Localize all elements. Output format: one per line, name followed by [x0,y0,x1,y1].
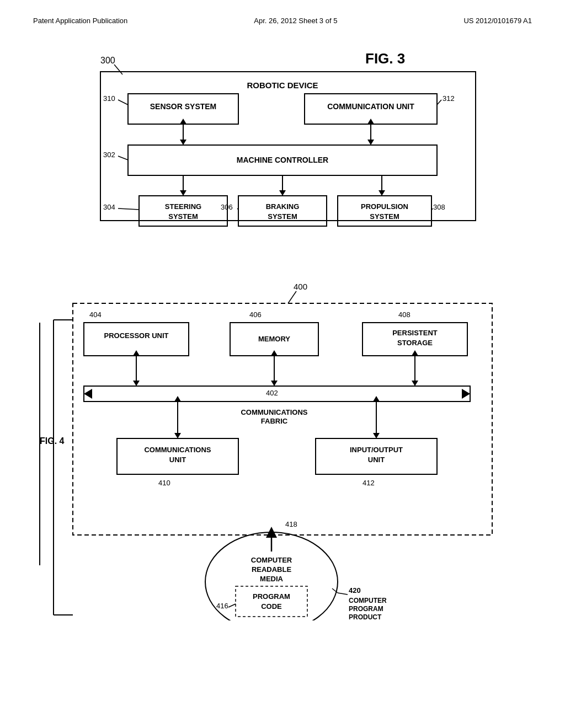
fig4-ref-416: 416 [216,602,228,610]
fig3-steering-label2: SYSTEM [168,212,198,221]
fig3-machine-controller-label: MACHINE CONTROLLER [237,156,328,164]
fig3-sensor-system-label: SENSOR SYSTEM [150,102,217,111]
fig4-diagram: FIG. 4 400 404 406 408 PROCESSOR UNIT ME… [34,245,531,620]
fig4-ref-400: 400 [294,282,307,291]
fig4-memory-label: MEMORY [258,335,290,343]
fig3-ref-310: 310 [103,94,115,103]
fig4-ref-402: 402 [266,389,278,397]
fig3-arrow-down-sensor [180,140,186,145]
fig4-program-code-box [236,586,307,617]
page-header: Patent Application Publication Apr. 26, … [33,11,532,41]
fig3-ref-302: 302 [103,151,115,159]
svg-marker-17 [133,381,140,386]
fig3-diagram: 300 FIG. 3 ROBOTIC DEVICE SENSOR SYSTEM … [67,47,498,229]
fig4-ref-418: 418 [285,520,297,528]
svg-marker-28 [373,396,380,402]
fig4-cpp-label2: PROGRAM [349,605,383,613]
header-left: Patent Application Publication [33,17,127,25]
svg-line-5 [118,156,128,160]
svg-marker-23 [412,381,418,386]
fig4-cpp-label1: COMPUTER [349,597,387,604]
fig3-ref-304: 304 [103,203,115,211]
fig4-ref-412: 412 [363,479,375,487]
svg-marker-26 [174,433,181,438]
svg-line-32 [338,593,348,595]
fig4-processor-unit-label: PROCESSOR UNIT [104,331,168,340]
fig3-title: FIG. 3 [365,50,405,67]
fig4-persistent-storage-label2: STORAGE [397,339,433,347]
fig4-program-code-label1: PROGRAM [253,592,290,601]
svg-marker-19 [271,350,278,356]
fig4-bus-left-arrow [84,389,92,399]
svg-marker-16 [133,350,140,356]
fig3-arrow-steering [180,190,186,196]
fig3-braking-label2: SYSTEM [268,212,297,221]
fig4-io-unit-label2: UNIT [368,456,385,464]
fig3-comm-unit-label: COMMUNICATION UNIT [327,102,414,111]
fig4-crm-label2: READABLE [252,565,292,574]
fig4-persistent-storage-label1: PERSISTENT [392,329,438,337]
fig3-propulsion-label1: PROPULSION [361,202,408,211]
fig3-arrow-up-sensor [180,119,186,124]
fig4-bus-right-arrow [462,389,470,399]
fig3-braking-box [238,196,327,226]
svg-line-2 [437,100,441,105]
fig3-arrow-braking [279,190,286,196]
fig4-ref-410: 410 [158,479,170,487]
fig4-comm-fabric-label1: COMMUNICATIONS [241,408,307,416]
svg-marker-29 [373,433,380,438]
fig4-ref-408: 408 [398,311,411,319]
header-center: Apr. 26, 2012 Sheet 3 of 5 [254,17,337,25]
fig3-steering-box [139,196,227,226]
fig3-arrow-down-comm [367,140,374,145]
fig4-cpp-label3: PRODUCT [349,613,382,620]
fig3-ref-312: 312 [443,94,455,103]
fig3-braking-label1: BRAKING [266,202,300,211]
svg-line-1 [118,100,128,105]
fig3-ref-300: 300 [100,56,115,65]
fig3-propulsion-box [338,196,431,226]
fig3-robotic-device-label: ROBOTIC DEVICE [247,81,318,90]
fig4-io-unit-label1: INPUT/OUTPUT [350,446,403,454]
fig3-steering-label1: STEERING [165,202,201,211]
fig4-program-code-label2: CODE [261,602,282,611]
fig3-arrow-up-comm [367,119,374,124]
fig4-label: FIG. 4 [40,436,65,446]
fig4-comm-unit-label2: UNIT [169,456,186,464]
svg-line-31 [228,604,236,607]
svg-line-9 [118,208,139,210]
fig3-ref-308: 308 [433,203,445,211]
svg-line-0 [114,65,122,74]
fig3-arrow-propulsion [379,190,385,196]
fig3-ref-306: 306 [221,203,233,211]
svg-marker-20 [271,381,278,386]
fig4-crm-label1: COMPUTER [251,556,292,564]
page: Patent Application Publication Apr. 26, … [0,0,565,728]
fig4-ref-420: 420 [349,586,361,595]
header-right: US 2012/0101679 A1 [463,17,532,25]
fig4-ref-406: 406 [249,311,262,319]
svg-marker-22 [412,350,418,356]
svg-line-14 [288,291,296,303]
svg-marker-25 [174,396,181,402]
fig4-comm-fabric-label2: FABRIC [261,417,288,425]
fig4-crm-label3: MEDIA [260,575,284,583]
fig4-comm-unit-label1: COMMUNICATIONS [144,446,211,454]
fig3-propulsion-label2: SYSTEM [370,212,399,221]
fig4-ref-404: 404 [89,311,102,319]
